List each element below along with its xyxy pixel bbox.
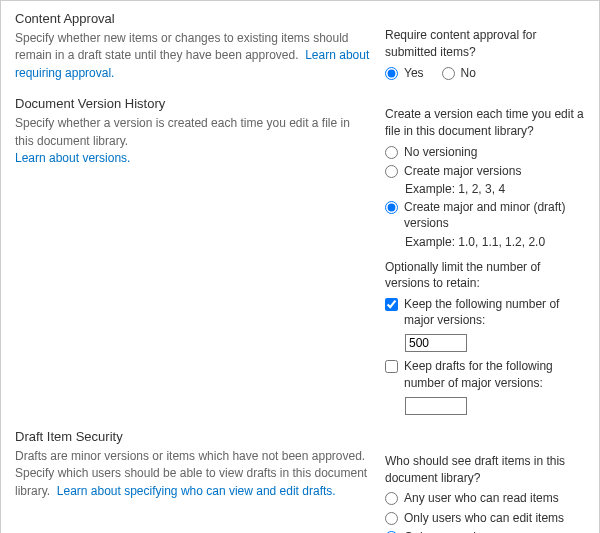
content-approval-question: Require content approval for submitted i… (385, 27, 585, 61)
settings-page: Content Approval Specify whether new ite… (0, 0, 600, 533)
keep-major-input[interactable] (405, 334, 467, 352)
version-minor-label: Create major and minor (draft) versions (404, 199, 585, 231)
keep-major-checkbox[interactable] (385, 298, 398, 311)
section-right: Who should see draft items in this docum… (385, 429, 585, 533)
draft-read-option[interactable]: Any user who can read items (385, 490, 585, 506)
content-approval-desc-text: Specify whether new items or changes to … (15, 31, 349, 62)
version-none-option[interactable]: No versioning (385, 144, 585, 160)
version-major-option[interactable]: Create major versions (385, 163, 585, 179)
keep-drafts-input[interactable] (405, 397, 467, 415)
version-major-example: Example: 1, 2, 3, 4 (405, 182, 585, 196)
version-history-learn-link[interactable]: Learn about versions. (15, 151, 130, 165)
section-draft-security: Draft Item Security Drafts are minor ver… (15, 429, 585, 533)
content-approval-title: Content Approval (15, 11, 371, 26)
draft-security-title: Draft Item Security (15, 429, 371, 444)
version-none-label: No versioning (404, 144, 585, 160)
content-approval-yes-option[interactable]: Yes (385, 65, 424, 81)
keep-drafts-label: Keep drafts for the following number of … (404, 358, 585, 390)
draft-edit-label: Only users who can edit items (404, 510, 585, 526)
section-right: Create a version each time you edit a fi… (385, 96, 585, 415)
version-history-desc-text: Specify whether a version is created eac… (15, 116, 350, 147)
version-history-desc: Specify whether a version is created eac… (15, 115, 371, 167)
version-q1: Create a version each time you edit a fi… (385, 106, 585, 140)
section-left: Content Approval Specify whether new ite… (15, 11, 385, 82)
content-approval-no-radio[interactable] (442, 67, 455, 80)
section-right: Require content approval for submitted i… (385, 11, 585, 81)
section-content-approval: Content Approval Specify whether new ite… (15, 11, 585, 82)
version-none-radio[interactable] (385, 146, 398, 159)
content-approval-yes-label: Yes (404, 65, 424, 81)
draft-edit-radio[interactable] (385, 512, 398, 525)
version-history-title: Document Version History (15, 96, 371, 111)
draft-approve-option[interactable]: Only users who can approve items (and th… (385, 529, 585, 533)
section-version-history: Document Version History Specify whether… (15, 96, 585, 415)
keep-drafts-checkbox[interactable] (385, 360, 398, 373)
draft-edit-option[interactable]: Only users who can edit items (385, 510, 585, 526)
version-minor-radio[interactable] (385, 201, 398, 214)
version-major-label: Create major versions (404, 163, 585, 179)
keep-major-option[interactable]: Keep the following number of major versi… (385, 296, 585, 328)
section-left: Document Version History Specify whether… (15, 96, 385, 167)
version-major-radio[interactable] (385, 165, 398, 178)
version-minor-example: Example: 1.0, 1.1, 1.2, 2.0 (405, 235, 585, 249)
content-approval-no-option[interactable]: No (442, 65, 476, 81)
version-q2: Optionally limit the number of versions … (385, 259, 585, 293)
draft-read-radio[interactable] (385, 492, 398, 505)
draft-security-desc: Drafts are minor versions or items which… (15, 448, 371, 500)
draft-read-label: Any user who can read items (404, 490, 585, 506)
version-minor-option[interactable]: Create major and minor (draft) versions (385, 199, 585, 231)
content-approval-no-label: No (461, 65, 476, 81)
content-approval-desc: Specify whether new items or changes to … (15, 30, 371, 82)
content-approval-yes-radio[interactable] (385, 67, 398, 80)
draft-security-learn-link[interactable]: Learn about specifying who can view and … (57, 484, 336, 498)
draft-approve-label: Only users who can approve items (and th… (404, 529, 585, 533)
keep-major-label: Keep the following number of major versi… (404, 296, 585, 328)
section-left: Draft Item Security Drafts are minor ver… (15, 429, 385, 500)
draft-security-question: Who should see draft items in this docum… (385, 453, 585, 487)
content-approval-options: Yes No (385, 65, 585, 81)
keep-drafts-option[interactable]: Keep drafts for the following number of … (385, 358, 585, 390)
